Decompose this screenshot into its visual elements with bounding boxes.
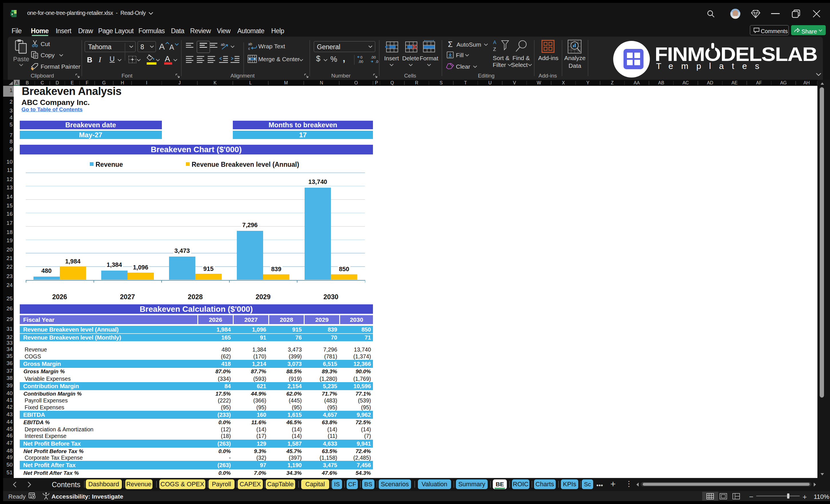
svg-text:ab: ab: [248, 42, 252, 46]
svg-text:.00: .00: [358, 60, 363, 64]
svg-text:x: x: [11, 12, 13, 16]
svg-text:ab: ab: [221, 42, 225, 46]
svg-text:.00: .00: [371, 55, 376, 60]
svg-text:.0: .0: [375, 60, 378, 64]
svg-text:Z: Z: [493, 46, 496, 52]
svg-text:A: A: [493, 40, 497, 45]
svg-text:c: c: [248, 46, 250, 50]
svg-text:0: 0: [360, 55, 362, 60]
